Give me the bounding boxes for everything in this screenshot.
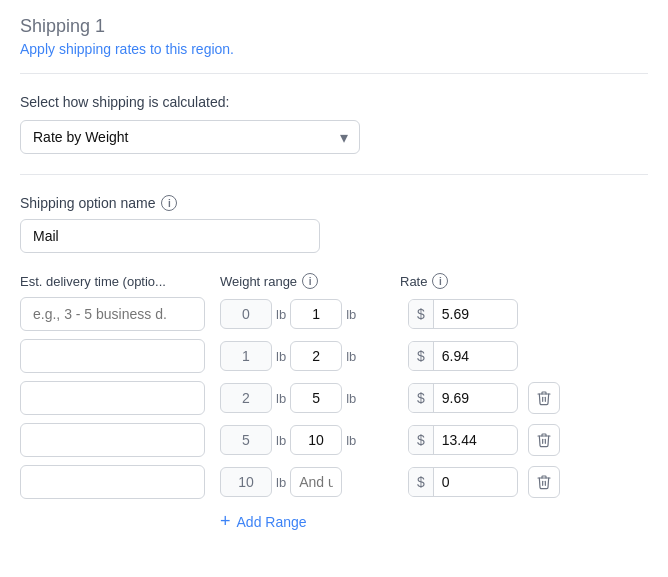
rate-info-icon[interactable]: i <box>432 273 448 289</box>
rate-currency-symbol: $ <box>409 426 434 454</box>
page-title: Shipping 1 <box>20 16 648 37</box>
delete-placeholder-1 <box>528 298 560 330</box>
col-weight-header: Weight range i <box>220 273 400 289</box>
weight-to-1[interactable] <box>290 299 342 329</box>
col-rate-header: Rate i <box>400 273 530 289</box>
page-subtitle: Apply shipping rates to this region. <box>20 41 648 57</box>
rate-input-2[interactable] <box>434 342 504 370</box>
shipping-method-select-wrapper: Rate by WeightFlat RateFree Shipping ▾ <box>20 120 360 154</box>
shipping-option-label: Shipping option name i <box>20 195 648 211</box>
rate-group-4: $ <box>408 425 518 455</box>
add-range-label: Add Range <box>237 514 307 530</box>
weight-to-2[interactable] <box>290 341 342 371</box>
delivery-input-4[interactable] <box>20 423 205 457</box>
weight-from-5 <box>220 467 272 497</box>
add-range-button[interactable]: + Add Range <box>220 507 307 536</box>
table-header: Est. delivery time (optio... Weight rang… <box>20 273 648 289</box>
trash-icon <box>536 432 552 448</box>
table-row: lb $ <box>20 465 648 499</box>
table-row: lb lb $ <box>20 339 648 373</box>
page-header: Shipping 1 Apply shipping rates to this … <box>20 16 648 74</box>
delete-row-5-button[interactable] <box>528 466 560 498</box>
plus-icon: + <box>220 511 231 532</box>
weight-from-4 <box>220 425 272 455</box>
rate-group-5: $ <box>408 467 518 497</box>
delete-row-3-button[interactable] <box>528 382 560 414</box>
weight-from-3 <box>220 383 272 413</box>
weight-to-5[interactable] <box>290 467 342 497</box>
unit-label: lb <box>276 307 286 322</box>
delivery-input-2[interactable] <box>20 339 205 373</box>
rate-currency-symbol: $ <box>409 384 434 412</box>
divider-1 <box>20 174 648 175</box>
unit-label: lb <box>276 475 286 490</box>
unit-label: lb <box>346 391 356 406</box>
delivery-input-5[interactable] <box>20 465 205 499</box>
table-row: lb lb $ <box>20 423 648 457</box>
rate-group-1: $ <box>408 299 518 329</box>
weight-range-group-1: lb lb <box>220 299 400 329</box>
table-row: lb lb $ <box>20 297 648 331</box>
delete-placeholder-2 <box>528 340 560 372</box>
rate-input-4[interactable] <box>434 426 504 454</box>
select-label: Select how shipping is calculated: <box>20 94 648 110</box>
weight-to-4[interactable] <box>290 425 342 455</box>
rate-currency-symbol: $ <box>409 468 434 496</box>
rate-input-1[interactable] <box>434 300 504 328</box>
unit-label: lb <box>276 349 286 364</box>
unit-label: lb <box>346 433 356 448</box>
rate-input-3[interactable] <box>434 384 504 412</box>
unit-label: lb <box>276 391 286 406</box>
weight-range-group-2: lb lb <box>220 341 400 371</box>
weight-from-1 <box>220 299 272 329</box>
col-delivery-header: Est. delivery time (optio... <box>20 274 220 289</box>
shipping-method-select[interactable]: Rate by WeightFlat RateFree Shipping <box>20 120 360 154</box>
weight-range-group-3: lb lb <box>220 383 400 413</box>
weight-from-2 <box>220 341 272 371</box>
table-row: lb lb $ <box>20 381 648 415</box>
delivery-input-3[interactable] <box>20 381 205 415</box>
delete-row-4-button[interactable] <box>528 424 560 456</box>
weight-to-3[interactable] <box>290 383 342 413</box>
unit-label: lb <box>276 433 286 448</box>
unit-label: lb <box>346 349 356 364</box>
shipping-option-section: Shipping option name i <box>20 195 648 253</box>
rate-group-2: $ <box>408 341 518 371</box>
shipping-option-info-icon[interactable]: i <box>161 195 177 211</box>
weight-range-info-icon[interactable]: i <box>302 273 318 289</box>
delivery-input-1[interactable] <box>20 297 205 331</box>
trash-icon <box>536 474 552 490</box>
rate-currency-symbol: $ <box>409 342 434 370</box>
shipping-option-name-input[interactable] <box>20 219 320 253</box>
rate-input-5[interactable] <box>434 468 504 496</box>
weight-range-group-5: lb <box>220 467 400 497</box>
rate-group-3: $ <box>408 383 518 413</box>
rate-currency-symbol: $ <box>409 300 434 328</box>
shipping-calculation-section: Select how shipping is calculated: Rate … <box>20 94 648 154</box>
unit-label: lb <box>346 307 356 322</box>
weight-range-group-4: lb lb <box>220 425 400 455</box>
trash-icon <box>536 390 552 406</box>
